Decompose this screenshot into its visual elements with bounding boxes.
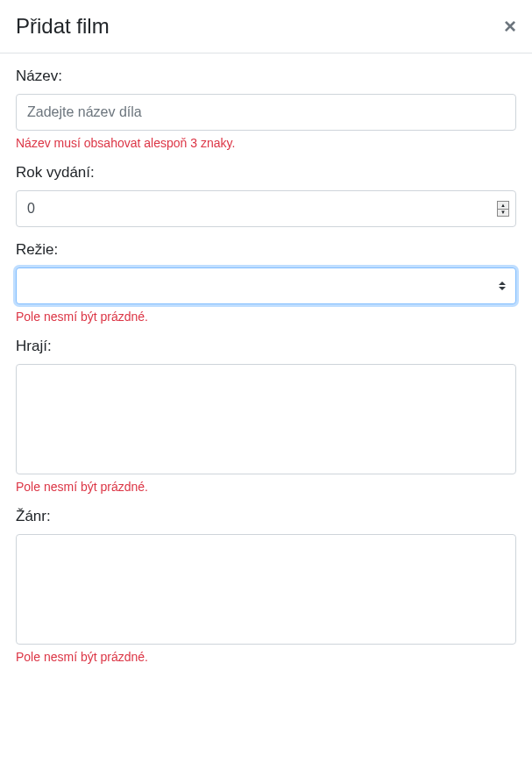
name-error: Název musí obsahovat alespoň 3 znaky.: [16, 136, 516, 150]
director-error: Pole nesmí být prázdné.: [16, 310, 516, 324]
actors-error: Pole nesmí být prázdné.: [16, 480, 516, 494]
genre-group: Žánr: Pole nesmí být prázdné.: [16, 508, 516, 664]
modal-title: Přidat film: [16, 14, 110, 39]
name-label: Název:: [16, 68, 516, 85]
genre-error: Pole nesmí být prázdné.: [16, 650, 516, 664]
genre-label: Žánr:: [16, 508, 516, 525]
director-group: Režie: Pole nesmí být prázdné.: [16, 241, 516, 324]
name-input[interactable]: [16, 94, 516, 131]
year-group: Rok vydání: ▲ ▼: [16, 164, 516, 227]
director-select[interactable]: [16, 267, 516, 304]
modal-header: Přidat film ×: [0, 0, 532, 53]
year-label: Rok vydání:: [16, 164, 516, 182]
year-spinner[interactable]: ▲ ▼: [497, 201, 509, 217]
close-button[interactable]: ×: [504, 16, 516, 37]
modal-body: Název: Název musí obsahovat alespoň 3 zn…: [0, 53, 532, 692]
genre-select[interactable]: [16, 534, 516, 645]
actors-label: Hrají:: [16, 338, 516, 355]
spinner-up-icon[interactable]: ▲: [498, 202, 508, 210]
spinner-down-icon[interactable]: ▼: [498, 210, 508, 217]
actors-group: Hrají: Pole nesmí být prázdné.: [16, 338, 516, 494]
director-label: Režie:: [16, 241, 516, 259]
name-group: Název: Název musí obsahovat alespoň 3 zn…: [16, 68, 516, 150]
actors-select[interactable]: [16, 364, 516, 474]
year-input[interactable]: [16, 190, 516, 227]
close-icon: ×: [504, 14, 516, 38]
